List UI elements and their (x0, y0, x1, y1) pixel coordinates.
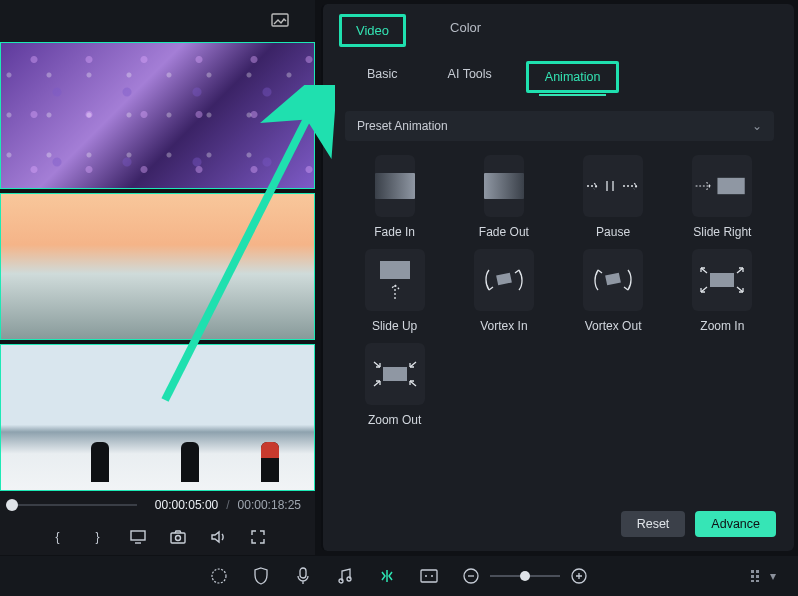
anim-fade-out[interactable] (484, 155, 524, 217)
svg-point-12 (339, 579, 343, 583)
preview-frame-3[interactable] (0, 344, 315, 491)
anim-label: Zoom In (700, 319, 744, 333)
svg-rect-22 (756, 580, 759, 582)
shield-icon[interactable] (252, 567, 270, 585)
zoom-in-icon[interactable] (570, 567, 588, 585)
time-separator: / (226, 498, 229, 512)
time-current: 00:00:05:00 (155, 498, 218, 512)
time-total: 00:00:18:25 (238, 498, 301, 512)
svg-rect-11 (300, 568, 306, 578)
tab-color[interactable]: Color (436, 14, 495, 47)
anim-pause[interactable] (583, 155, 643, 217)
inspector-footer: Reset Advance (323, 501, 794, 551)
svg-rect-1 (131, 531, 145, 540)
anim-slide-up[interactable] (365, 249, 425, 311)
anim-vortex-out[interactable] (583, 249, 643, 311)
effects-icon[interactable] (378, 567, 396, 585)
svg-rect-14 (421, 570, 437, 582)
preset-animation-dropdown[interactable]: Preset Animation ⌄ (345, 111, 774, 141)
time-row: 00:00:05:00 / 00:00:18:25 (0, 491, 315, 519)
svg-rect-4 (718, 178, 745, 194)
bottom-toolbar: ▾ (0, 556, 798, 596)
mark-in-icon[interactable]: { (50, 529, 66, 545)
subtab-ai-tools[interactable]: AI Tools (432, 61, 508, 93)
svg-rect-5 (380, 261, 410, 279)
preset-label: Preset Animation (357, 119, 448, 133)
svg-rect-20 (756, 575, 759, 578)
zoom-control[interactable] (462, 567, 588, 585)
anim-label: Slide Right (693, 225, 751, 239)
subtab-animation[interactable]: Animation (526, 61, 620, 93)
timeline-view-menu[interactable]: ▾ (750, 569, 776, 583)
svg-point-3 (175, 536, 180, 541)
anim-label: Pause (596, 225, 630, 239)
anim-zoom-in[interactable] (692, 249, 752, 311)
fullscreen-icon[interactable] (250, 529, 266, 545)
svg-rect-6 (496, 273, 512, 286)
image-scope-icon[interactable] (271, 13, 289, 30)
svg-rect-19 (751, 575, 754, 578)
preview-header (0, 0, 315, 42)
anim-slide-right[interactable] (692, 155, 752, 217)
anim-label: Zoom Out (368, 413, 421, 427)
svg-rect-21 (751, 580, 754, 582)
screen-icon[interactable] (130, 529, 146, 545)
volume-icon[interactable] (210, 529, 226, 545)
preview-panel: 00:00:05:00 / 00:00:18:25 { } (0, 0, 315, 555)
preview-stack (0, 42, 315, 491)
playback-slider[interactable] (6, 504, 137, 506)
caret-down-icon: ▾ (770, 569, 776, 583)
anim-vortex-in[interactable] (474, 249, 534, 311)
preview-frame-2[interactable] (0, 193, 315, 340)
music-icon[interactable] (336, 567, 354, 585)
animation-grid: Fade In Fade Out Pause Slide Right (323, 151, 794, 431)
preview-controls: { } (0, 519, 315, 555)
tab-video[interactable]: Video (339, 14, 406, 47)
anim-label: Slide Up (372, 319, 417, 333)
sub-tabs: Basic AI Tools Animation (323, 47, 794, 101)
anim-label: Vortex Out (585, 319, 642, 333)
advance-button[interactable]: Advance (695, 511, 776, 537)
anim-label: Fade Out (479, 225, 529, 239)
chevron-down-icon: ⌄ (752, 119, 762, 133)
anim-label: Fade In (374, 225, 415, 239)
svg-rect-8 (710, 273, 734, 287)
anim-label: Vortex In (480, 319, 527, 333)
subtab-basic[interactable]: Basic (351, 61, 414, 93)
top-tabs: Video Color (323, 4, 794, 47)
svg-rect-17 (751, 570, 754, 573)
svg-rect-18 (756, 570, 759, 573)
snapshot-icon[interactable] (170, 529, 186, 545)
svg-point-10 (212, 569, 226, 583)
svg-rect-7 (605, 273, 621, 286)
svg-point-13 (347, 577, 351, 581)
zoom-out-icon[interactable] (462, 567, 480, 585)
svg-rect-9 (383, 367, 407, 381)
preview-frame-1[interactable] (0, 42, 315, 189)
aspect-icon[interactable] (420, 567, 438, 585)
svg-rect-2 (171, 533, 185, 543)
mark-out-icon[interactable]: } (90, 529, 106, 545)
inspector-panel: Video Color Basic AI Tools Animation Pre… (321, 4, 794, 551)
anim-fade-in[interactable] (375, 155, 415, 217)
anim-zoom-out[interactable] (365, 343, 425, 405)
reset-button[interactable]: Reset (621, 511, 686, 537)
mic-icon[interactable] (294, 567, 312, 585)
color-wheel-icon[interactable] (210, 567, 228, 585)
zoom-slider[interactable] (490, 575, 560, 577)
